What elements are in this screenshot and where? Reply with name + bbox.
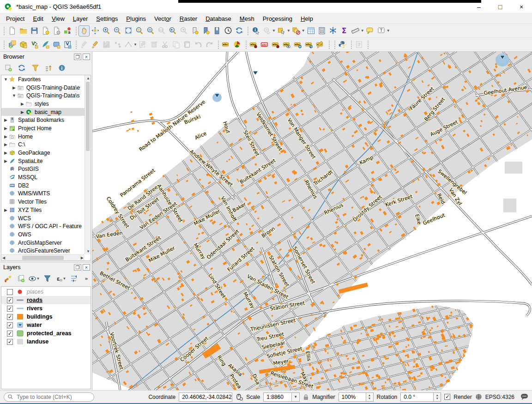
- browser-float-button[interactable]: ❐: [74, 54, 81, 60]
- map-tips-button[interactable]: [365, 25, 376, 36]
- close-button[interactable]: ×: [511, 0, 532, 14]
- pin-unpin-labels-button[interactable]: abc: [271, 39, 282, 50]
- layer-row-rivers[interactable]: ✓rivers: [1, 304, 91, 313]
- layers-close-button[interactable]: ×: [83, 264, 90, 271]
- refresh-browser-button[interactable]: [17, 63, 26, 72]
- browser-horizontal-scrollbar[interactable]: ◀▶: [1, 254, 85, 260]
- style-manager-button[interactable]: a: [62, 25, 73, 36]
- render-checkbox[interactable]: ✓: [444, 394, 450, 400]
- select-features-button[interactable]: [276, 25, 287, 36]
- layout-manager-button[interactable]: [51, 25, 62, 36]
- layer-checkbox-water[interactable]: ✓: [7, 322, 13, 328]
- browser-item-vector-tiles[interactable]: Vector Tiles: [1, 198, 85, 206]
- browser-item-geopackage[interactable]: ▶GeoPackage: [1, 149, 85, 157]
- browser-vertical-scrollbar[interactable]: ▲▼: [85, 75, 91, 254]
- refresh-map-button[interactable]: [234, 25, 245, 36]
- lock-icon[interactable]: [303, 394, 309, 400]
- menu-plugins[interactable]: Plugins: [122, 14, 150, 23]
- browser-item-spatial-bookmarks[interactable]: ▶Spatial Bookmarks: [1, 116, 85, 124]
- menu-help[interactable]: Help: [296, 14, 317, 23]
- browser-item-mssql[interactable]: MSSQL: [1, 173, 85, 181]
- vertex-tool-dropdown-icon[interactable]: ▼: [133, 42, 137, 47]
- magnifier-spin-arrows[interactable]: ▲▼: [366, 392, 374, 402]
- new-spatialite-button[interactable]: [40, 39, 51, 50]
- menu-edit[interactable]: Edit: [29, 14, 47, 23]
- messages-icon[interactable]: [520, 393, 528, 400]
- attribute-table-button[interactable]: [306, 25, 317, 36]
- browser-item-arcgismapserver[interactable]: ArcGisMapServer: [1, 239, 85, 247]
- expander-closed-icon[interactable]: ▶: [3, 159, 8, 163]
- browser-item-basic-map[interactable]: ▶basic_map: [1, 108, 85, 116]
- open-layer-styling-button[interactable]: [4, 274, 12, 283]
- magnifier-spin[interactable]: 100% ▲▼: [339, 392, 374, 402]
- maximize-button[interactable]: □: [490, 0, 511, 14]
- menu-settings[interactable]: Settings: [92, 14, 122, 23]
- browser-item-wms-wmts[interactable]: WMS/WMTS: [1, 190, 85, 198]
- expander-closed-icon[interactable]: ▶: [3, 126, 8, 131]
- layer-checkbox-roads[interactable]: ✓: [7, 297, 13, 303]
- add-selected-layers-button[interactable]: [4, 63, 13, 72]
- select-features-dropdown-icon[interactable]: ▼: [287, 29, 290, 33]
- scale-combo[interactable]: 1:8860 ▼: [263, 392, 300, 402]
- crs-globe-icon[interactable]: [475, 393, 482, 400]
- deselect-features-dropdown-icon[interactable]: ▼: [302, 29, 305, 33]
- expander-closed-icon[interactable]: ▶: [20, 110, 25, 115]
- new-bookmark-button[interactable]: [189, 25, 200, 36]
- expander-closed-icon[interactable]: ▶: [20, 102, 25, 106]
- scale-dropdown-icon[interactable]: ▼: [292, 392, 300, 402]
- expander-closed-icon[interactable]: ▶: [12, 85, 17, 90]
- toggle-editing-button[interactable]: [90, 39, 101, 50]
- save-project-button[interactable]: [29, 25, 40, 36]
- browser-item-ows[interactable]: OWS: [1, 230, 85, 239]
- filter-legend-button[interactable]: [43, 274, 52, 283]
- expand-collapse-button[interactable]: [69, 274, 78, 283]
- bookmark-manager-button[interactable]: [212, 25, 223, 36]
- deselect-features-button[interactable]: [291, 25, 302, 36]
- rotation-spin-arrows[interactable]: ▲▼: [434, 392, 441, 402]
- datasource-manager-button[interactable]: [6, 39, 18, 50]
- text-annotation-button[interactable]: T: [376, 25, 387, 36]
- layer-checkbox-places[interactable]: [7, 289, 13, 295]
- manage-map-themes-button[interactable]: ▼: [30, 274, 39, 283]
- extents-toggle-icon[interactable]: [236, 393, 243, 401]
- temporal-controller-button[interactable]: [223, 25, 234, 36]
- browser-item-arcgisfeatureserver[interactable]: ArcGisFeatureServer: [1, 247, 85, 254]
- browser-item-qgis-training-data-e[interactable]: ▶QGIS-Training-Data\e: [1, 84, 85, 92]
- layer-labeling-button[interactable]: abc: [221, 39, 232, 50]
- new-geopackage-button[interactable]: [18, 39, 29, 50]
- new-print-layout-button[interactable]: [40, 25, 51, 36]
- browser-item-postgis[interactable]: PostGIS: [1, 165, 85, 174]
- menu-raster[interactable]: Raster: [175, 14, 201, 23]
- layer-checkbox-landuse[interactable]: ✓: [7, 339, 13, 345]
- layer-diagram-button[interactable]: [232, 39, 243, 50]
- python-console-button[interactable]: [337, 39, 348, 50]
- menu-layer[interactable]: Layer: [69, 14, 92, 23]
- field-calculator-button[interactable]: [317, 25, 328, 36]
- browser-item-qgis-training-data-s[interactable]: ▼QGIS-Training-Data\s: [1, 91, 85, 100]
- layer-row-landuse[interactable]: ✓landuse: [1, 338, 91, 346]
- layer-row-water[interactable]: ✓water: [1, 321, 91, 329]
- text-annotation-dropdown-icon[interactable]: ▼: [387, 29, 390, 33]
- zoom-to-layer-button[interactable]: [145, 25, 156, 36]
- menu-project[interactable]: Project: [2, 14, 29, 23]
- expander-closed-icon[interactable]: ▶: [3, 118, 8, 122]
- browser-item-project-home[interactable]: ▶Project Home: [1, 124, 85, 133]
- rotate-label-button[interactable]: abc: [304, 39, 315, 50]
- identify-features-button[interactable]: i: [250, 25, 261, 36]
- menu-mesh[interactable]: Mesh: [236, 14, 259, 23]
- layer-checkbox-protected_areas[interactable]: ✓: [7, 331, 13, 337]
- new-memory-layer-button[interactable]: [51, 39, 62, 50]
- menu-view[interactable]: View: [48, 14, 69, 23]
- overflow-button[interactable]: »: [82, 274, 91, 283]
- new-shapefile-button[interactable]: V: [29, 39, 40, 50]
- show-hide-labels-button[interactable]: abc: [282, 39, 293, 50]
- new-virtual-layer-button[interactable]: V: [62, 39, 73, 50]
- coordinate-field[interactable]: 20.46062,-34.02842: [179, 392, 232, 402]
- statistical-summary-button[interactable]: Σ: [339, 25, 350, 36]
- zoom-in-button[interactable]: [101, 25, 112, 36]
- browser-item-db2[interactable]: DB2DB2: [1, 181, 85, 190]
- expander-open-icon[interactable]: ▼: [3, 77, 8, 82]
- measure-dropdown-icon[interactable]: ▼: [361, 29, 364, 33]
- locate-box[interactable]: [4, 392, 94, 402]
- browser-item-xyz-tiles[interactable]: ▶XYZ Tiles: [1, 206, 85, 214]
